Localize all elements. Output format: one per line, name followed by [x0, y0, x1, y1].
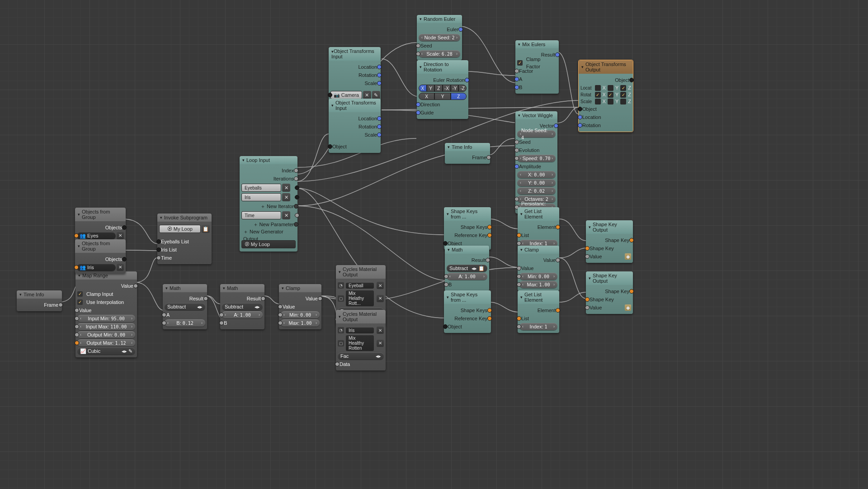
node-cycles-material-output-2[interactable]: ▾Cycles Material Output ◔Iris✕ ▢Mix Heal…	[336, 310, 386, 370]
socket[interactable]	[514, 156, 519, 161]
socket[interactable]	[443, 241, 448, 246]
clear-icon[interactable]: ✕	[377, 340, 384, 347]
op-dropdown[interactable]: Subtract◂▸	[165, 303, 205, 310]
socket[interactable]	[517, 233, 521, 237]
socket[interactable]	[517, 324, 521, 329]
socket[interactable]	[122, 257, 127, 261]
speed-field[interactable]: ‹Speed: 0.70›	[517, 155, 556, 162]
op-dropdown[interactable]: Subtract◂▸	[222, 303, 263, 310]
socket[interactable]	[328, 93, 332, 97]
socket[interactable]	[377, 124, 382, 129]
eyedropper-icon[interactable]: ✎	[372, 91, 380, 99]
node-random-euler[interactable]: ▾Random Euler Euler ‹Node Seed: 2› Seed …	[417, 15, 462, 60]
collapse-icon[interactable]: ▾	[447, 295, 449, 299]
axis-neg-z-btn[interactable]: -Z	[458, 85, 467, 92]
socket[interactable]	[514, 77, 519, 81]
y-field[interactable]: ‹Y: 0.00›	[517, 179, 556, 186]
node-math-1[interactable]: ▾Math Result Subtract◂▸ A ‹B: 0.12›	[163, 284, 207, 329]
socket[interactable]	[74, 233, 79, 238]
param-time[interactable]: Time	[241, 211, 281, 219]
material-field[interactable]: Iris	[346, 328, 374, 333]
socket[interactable]	[278, 321, 283, 325]
new-parameter[interactable]: New Parameter	[259, 222, 294, 227]
socket[interactable]	[578, 107, 582, 111]
collapse-icon[interactable]: ▾	[339, 314, 341, 319]
checkbox-clamp-factor[interactable]: ✓	[517, 60, 523, 66]
cb-y[interactable]	[608, 85, 613, 91]
collapse-icon[interactable]: ▾	[520, 295, 523, 299]
collapse-icon[interactable]: ▾	[165, 286, 168, 290]
iterator-eyeballs[interactable]: Eyeballs	[241, 184, 281, 192]
socket[interactable]	[517, 241, 521, 246]
new-iterator[interactable]: New Iterator	[267, 204, 294, 209]
input-max[interactable]: ‹Input Max: 110.00›	[77, 323, 135, 330]
node-object-transforms-output[interactable]: ▾Object Transforms Output Object LocatXY…	[578, 60, 633, 132]
picker-icon[interactable]: 📋	[202, 225, 210, 233]
socket[interactable]	[556, 258, 560, 262]
guide-z-btn[interactable]: Z	[451, 93, 467, 100]
z-field[interactable]: ‹Z: 0.02›	[517, 187, 556, 195]
node-math-3[interactable]: ▾Math Result Subtract◂▸ 📋 ‹A: 1.00› B	[445, 246, 489, 291]
axis-neg-y-btn[interactable]: -Y	[451, 85, 459, 92]
node-clamp-1[interactable]: ▾Clamp Value Value ‹Min: 0.00› ‹Max: 1.0…	[279, 284, 321, 329]
group-field[interactable]: 👥 Iris	[77, 264, 116, 271]
socket[interactable]	[278, 304, 283, 309]
collapse-icon[interactable]: ▾	[78, 212, 80, 217]
socket[interactable]	[377, 73, 382, 77]
socket[interactable]	[156, 239, 161, 244]
node-object-transforms-input-1[interactable]: ▾Object Transforms Input Location Rotati…	[329, 47, 381, 101]
collapse-icon[interactable]: ▾	[581, 65, 584, 69]
socket[interactable]	[294, 222, 298, 227]
collapse-icon[interactable]: ▾	[420, 65, 422, 69]
socket[interactable]	[75, 332, 79, 337]
cb-y[interactable]	[608, 92, 613, 98]
mix-field[interactable]: Mix Helathy Rott...	[346, 290, 374, 306]
output-max[interactable]: ‹Output Max: 1.12›	[77, 339, 135, 347]
max-field[interactable]: ‹Max: 1.00›	[281, 319, 320, 327]
socket[interactable]	[578, 115, 582, 119]
axis-z-btn[interactable]: Z	[434, 85, 443, 92]
collapse-icon[interactable]: ▾	[448, 145, 450, 149]
node-vector-wiggle[interactable]: ▾Vector Wiggle Vector ‹Node Seed: 4› See…	[515, 111, 557, 214]
socket[interactable]	[133, 284, 138, 288]
collapse-icon[interactable]: ▾	[520, 247, 523, 252]
socket[interactable]	[295, 213, 299, 218]
cb-x[interactable]	[595, 85, 601, 91]
socket[interactable]	[416, 102, 420, 107]
socket[interactable]	[554, 123, 558, 128]
node-time-info-1[interactable]: ▾Time Info Frame	[17, 290, 62, 311]
socket[interactable]	[75, 308, 79, 313]
input-a[interactable]: ‹A: 1.00›	[222, 311, 263, 318]
guide-x-btn[interactable]: X	[419, 93, 434, 100]
collapse-icon[interactable]: ▾Object Transforms Input	[331, 48, 378, 59]
node-mix-eulers[interactable]: ▾Mix Eulers Result ✓Clamp Factor Factor …	[515, 40, 559, 94]
socket[interactable]	[517, 274, 521, 279]
material-field[interactable]: Eyeball	[346, 283, 374, 289]
collapse-icon[interactable]: ▾	[520, 212, 523, 216]
clear-icon[interactable]: ✕	[117, 264, 124, 271]
node-invoke-subprogram[interactable]: ▾Invoke Subprogram ⦿ My Loop📋 Eyeballs L…	[157, 214, 212, 264]
socket[interactable]	[377, 116, 382, 121]
collapse-icon[interactable]: ▾	[331, 103, 334, 108]
socket[interactable]	[294, 204, 298, 209]
socket[interactable]	[629, 78, 634, 82]
min-field[interactable]: ‹Min: 0.00›	[281, 311, 320, 318]
collapse-icon[interactable]: ▾	[19, 292, 22, 297]
node-map-range[interactable]: ▾Map Range Value ✓Clamp Input ✓Use Inter…	[75, 271, 137, 357]
node-shape-keys-from-1[interactable]: ▾Shape Keys from ... Shape Keys Referenc…	[444, 207, 491, 250]
node-shape-keys-from-2[interactable]: ▾Shape Keys from ... Shape Keys Referenc…	[444, 290, 491, 333]
collapse-icon[interactable]: ▾	[282, 286, 284, 290]
object-field[interactable]: Camera	[341, 91, 359, 99]
socket[interactable]	[585, 254, 590, 259]
clear-icon[interactable]: ✕	[377, 282, 384, 289]
socket[interactable]	[416, 110, 420, 115]
node-get-list-element-1[interactable]: ▾Get List Element Element List ‹Index: 1…	[518, 207, 559, 250]
socket[interactable]	[377, 81, 382, 85]
socket[interactable]	[278, 313, 283, 317]
cb-y[interactable]	[608, 99, 613, 104]
node-objects-from-group-2[interactable]: ▾Objects from Group Objects 👥 Iris✕	[75, 239, 126, 274]
socket[interactable]	[556, 308, 560, 313]
socket[interactable]	[377, 133, 382, 137]
socket[interactable]	[75, 341, 79, 345]
socket[interactable]	[487, 233, 492, 237]
